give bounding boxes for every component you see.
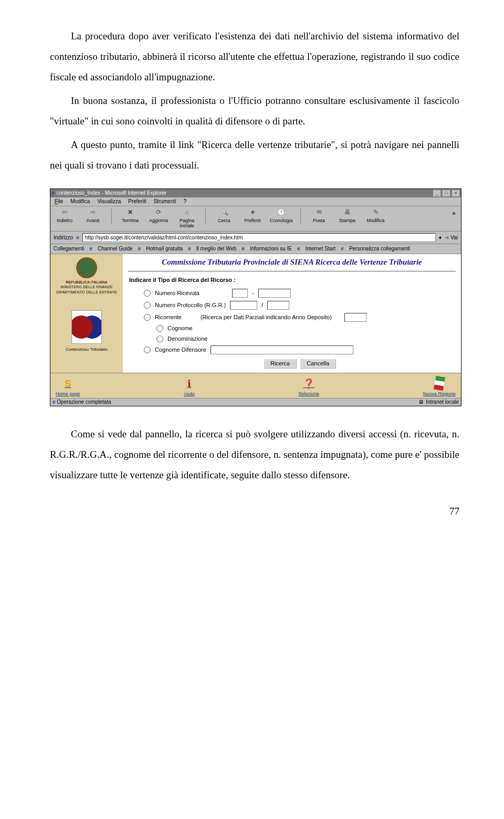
radio-cognome-difensore[interactable]: [144, 346, 151, 353]
selezione-link[interactable]: ❓ Selezione: [299, 379, 320, 396]
label-cognome: Cognome: [167, 325, 193, 332]
label-denominazione: Denominazione: [167, 335, 207, 342]
radio-ricevuta[interactable]: [144, 290, 151, 297]
book-question-icon: ❓: [303, 379, 314, 390]
aiuto-link[interactable]: ℹ Aiuto: [184, 379, 195, 396]
link-info-ie[interactable]: Informazioni su IE: [250, 246, 292, 252]
main-panel: Commissione Tributaria Provinciale di SI…: [123, 254, 461, 373]
home-page-link[interactable]: S Home page: [56, 379, 80, 396]
search-button[interactable]: 🔍Cerca: [213, 208, 235, 224]
stop-button[interactable]: ✖Termina: [119, 208, 141, 224]
sidebar-caption: Contenzioso Tributario: [66, 347, 108, 352]
label-ricevuta: Numero Ricevuta: [155, 290, 200, 297]
toolbar: ⇦Indietro ⇨Avanti ✖Termina ⟳Aggiorna ⌂Pa…: [50, 206, 461, 232]
republic-emblem-icon: [76, 257, 97, 278]
address-bar: Indirizzo e http://sysb.sogei.it/contenz…: [50, 232, 461, 244]
link-channel-guide[interactable]: Channel Guide: [98, 246, 133, 252]
status-ie-icon: e: [52, 399, 56, 405]
home-s-icon: S: [65, 379, 71, 390]
link-hotmail[interactable]: Hotmail gratuita: [146, 246, 183, 252]
link-internet-start[interactable]: Internet Start: [306, 246, 336, 252]
link-personalizza[interactable]: Personalizza collegamenti: [349, 246, 410, 252]
cognome-difensore-field[interactable]: [211, 345, 353, 354]
refresh-button[interactable]: ⟳Aggiorna: [148, 208, 170, 224]
menu-preferiti[interactable]: Preferiti: [128, 198, 146, 205]
history-button[interactable]: 🕑Cronologia: [270, 208, 293, 224]
faces-icon: [71, 310, 102, 344]
link-icon: e: [188, 246, 191, 252]
page-icon: e: [76, 235, 79, 241]
body-paragraph-3: A questo punto, tramite il link "Ricerca…: [50, 135, 459, 176]
print-button[interactable]: 🖶Stampa: [337, 208, 359, 224]
body-paragraph-4: Come si vede dal pannello, la ricerca si…: [50, 424, 459, 486]
form-prompt: Indicare il Tipo di Ricerca del Ricorso …: [129, 277, 456, 284]
label-cognome-difensore: Cognome Difensore: [155, 346, 206, 353]
radio-ricorrente[interactable]: [144, 314, 151, 321]
window-title: contenzioso_Index - Microsoft Internet E…: [57, 190, 167, 196]
label-protocollo: Numero Protocollo (R.G.R.): [155, 302, 226, 309]
page-title: Commissione Tributaria Provinciale di SI…: [128, 256, 456, 270]
window-titlebar: e contenzioso_Index - Microsoft Internet…: [50, 189, 461, 197]
toolbar-overflow[interactable]: »: [450, 208, 458, 218]
body-paragraph-2: In buona sostanza, il professionista o l…: [50, 91, 459, 132]
maximize-button[interactable]: □: [442, 190, 450, 197]
ricerca-button[interactable]: Ricerca: [264, 359, 297, 369]
label-ricorrente: Ricorrente: [155, 314, 182, 321]
minimize-button[interactable]: _: [433, 190, 441, 197]
link-icon: e: [341, 246, 344, 252]
ricevuta-field-2[interactable]: [258, 289, 291, 298]
status-zone: Intranet locale: [426, 399, 459, 405]
address-field[interactable]: http://sysb.sogei.it/contenz/validaz/htm…: [82, 233, 436, 242]
link-meglio-web[interactable]: Il meglio del Web: [196, 246, 237, 252]
forward-button[interactable]: ⇨Avanti: [82, 208, 104, 224]
radio-protocollo[interactable]: [144, 302, 151, 309]
close-button[interactable]: ×: [452, 190, 460, 197]
links-bar: Collegamenti eChannel Guide eHotmail gra…: [50, 244, 461, 254]
link-icon: e: [89, 246, 92, 252]
status-bar: e Operazione completata 🖥Intranet locale: [50, 398, 461, 406]
mail-button[interactable]: ✉Posta: [308, 208, 330, 224]
menu-file[interactable]: File: [55, 198, 63, 205]
italy-map-icon: [434, 376, 445, 391]
favorites-button[interactable]: ★Preferiti: [242, 208, 264, 224]
zone-icon: 🖥: [418, 399, 424, 405]
address-dropdown[interactable]: ▾: [439, 235, 442, 241]
menu-bar: File Modifica Visualizza Preferiti Strum…: [50, 197, 461, 206]
embedded-screenshot: e contenzioso_Index - Microsoft Internet…: [50, 188, 461, 406]
anno-deposito-field[interactable]: [344, 313, 366, 322]
sidebar: REPUBBLICA ITALIANA MINISTERO DELLE FINA…: [50, 254, 123, 373]
menu-help[interactable]: ?: [183, 198, 186, 205]
cancella-button[interactable]: Cancella: [300, 359, 336, 369]
go-button[interactable]: ➜Vai: [445, 235, 458, 241]
edit-button[interactable]: ✎Modifica: [365, 208, 387, 224]
address-label: Indirizzo: [54, 235, 73, 241]
home-button[interactable]: ⌂Paginainiziale: [176, 208, 198, 229]
radio-denominazione[interactable]: [156, 335, 163, 342]
link-icon: e: [297, 246, 300, 252]
page-number: 77: [50, 501, 459, 522]
sidebar-line1: MINISTERO DELLE FINANZE: [60, 285, 113, 289]
menu-visualizza[interactable]: Visualizza: [97, 198, 121, 205]
links-label: Collegamenti: [54, 246, 84, 252]
link-icon: e: [242, 246, 245, 252]
body-paragraph-1: La procedura dopo aver verificato l'esis…: [50, 26, 459, 88]
ricevuta-field-1[interactable]: [232, 289, 248, 298]
protocollo-field-1[interactable]: [230, 301, 257, 310]
ie-icon: e: [51, 190, 55, 196]
nuova-regione-link[interactable]: Nuova Regione: [423, 376, 456, 397]
menu-strumenti[interactable]: Strumenti: [154, 198, 176, 205]
info-icon: ℹ: [187, 379, 191, 390]
menu-modifica[interactable]: Modifica: [70, 198, 90, 205]
link-icon: e: [138, 246, 141, 252]
bottom-links-bar: S Home page ℹ Aiuto ❓ Selezione Nuova Re…: [50, 373, 461, 398]
back-button[interactable]: ⇦Indietro: [54, 208, 76, 224]
ricorrente-note: (Ricerca per Dati Parziali indicando Ann…: [201, 314, 332, 321]
protocollo-field-2[interactable]: [267, 301, 289, 310]
radio-cognome[interactable]: [156, 325, 163, 332]
status-text: Operazione completata: [57, 399, 111, 405]
sidebar-line2: DIPARTIMENTO DELLE ENTRATE: [56, 290, 117, 295]
